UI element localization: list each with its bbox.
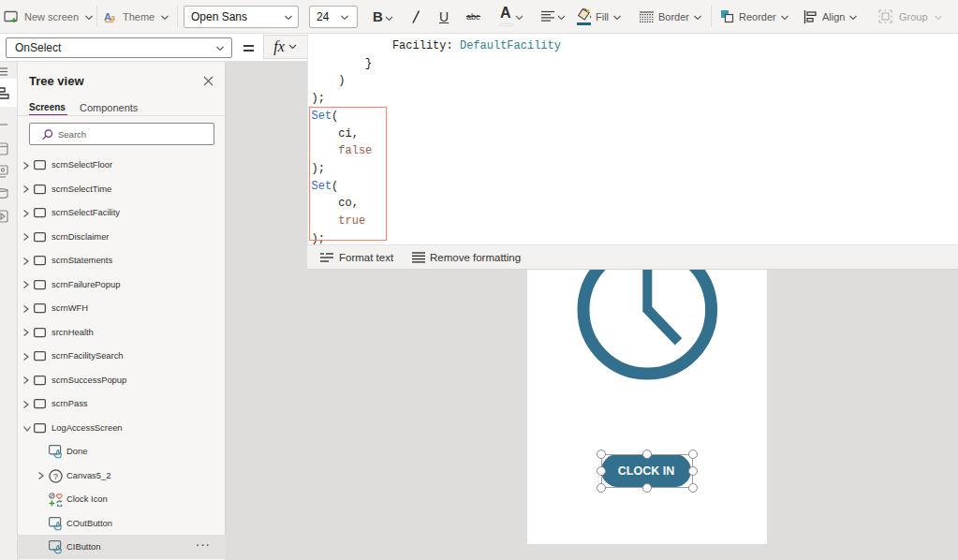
svg-text:?: ?: [53, 471, 58, 480]
svg-text:a: a: [111, 13, 115, 22]
